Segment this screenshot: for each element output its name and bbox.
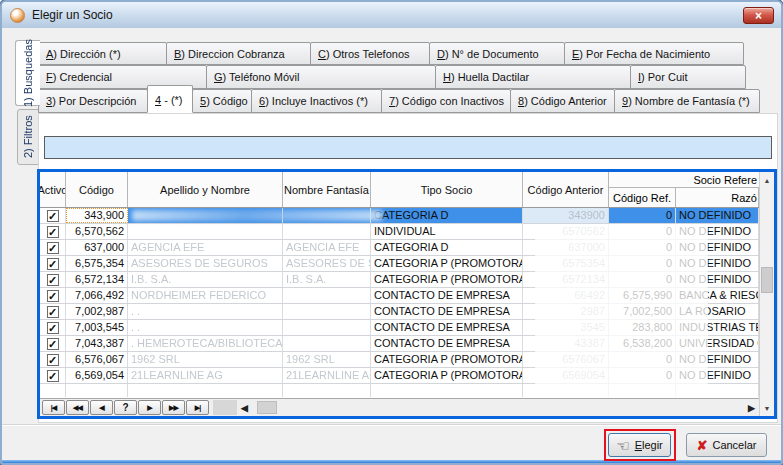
- active-checkbox[interactable]: ✓: [47, 354, 59, 366]
- cell-nombre-fantasia: [283, 320, 371, 335]
- nav-first-button[interactable]: |◀: [42, 400, 65, 415]
- active-checkbox[interactable]: ✓: [47, 338, 59, 350]
- tab-c-otros-telefonos[interactable]: C) Otros Telefonos: [310, 42, 430, 65]
- grid-row[interactable]: ✓343,900CATEGORIA D3439000NO DEFINIDO: [40, 208, 759, 224]
- cell-codigo: 6,570,562: [66, 224, 128, 239]
- active-checkbox[interactable]: ✓: [47, 242, 59, 254]
- col-header-nombre-fantasia[interactable]: Nombre Fantasía: [283, 172, 371, 207]
- active-checkbox[interactable]: ✓: [47, 258, 59, 270]
- col-header-codigo-anterior[interactable]: Código Anterior: [523, 172, 609, 207]
- chevron-right-icon[interactable]: ▶: [748, 403, 755, 413]
- grid-row[interactable]: ✓637,000AGENCIA EFEAGENCIA EFECATEGORIA …: [40, 240, 759, 256]
- cancelar-button[interactable]: ✘ Cancelar: [686, 433, 767, 457]
- close-button[interactable]: ×: [743, 7, 774, 24]
- chevron-left-icon[interactable]: ◀: [241, 403, 248, 413]
- cell-codigo-anterior: 6570562: [523, 224, 609, 239]
- col-header-tipo-socio[interactable]: Tipo Socio: [371, 172, 523, 207]
- tab-e-por-fecha-de-nacimiento[interactable]: E) Por Fecha de Nacimiento: [564, 42, 744, 65]
- scroll-down-button[interactable]: ▼: [760, 400, 774, 416]
- cell-activo: ✓: [40, 208, 66, 223]
- grid-row[interactable]: ✓7,003,545. .CONTACTO DE EMPRESA3545283,…: [40, 320, 759, 336]
- cell-codigo-ref: 0: [609, 208, 676, 223]
- grid-row[interactable]: ✓7,002,987. .CONTACTO DE EMPRESA29877,00…: [40, 304, 759, 320]
- nav-prior-button[interactable]: ◀: [90, 400, 113, 415]
- tab-d-n-de-documento[interactable]: D) N° de Documento: [429, 42, 565, 65]
- tab-9-nombre-de-fantas-a[interactable]: 9) Nombre de Fantasía (*): [614, 89, 760, 113]
- grid-bottom-bar: |◀◀◀◀?▶▶▶▶| ◀ ▶: [40, 398, 759, 416]
- cell-tipo-socio: CATEGORIA P (PROMOTORA): [371, 368, 523, 383]
- active-checkbox[interactable]: ✓: [47, 210, 59, 222]
- cell-apellido-y-nombre: NORDHEIMER FEDERICO: [128, 288, 283, 303]
- grid-row-empty: [40, 384, 759, 397]
- hscroll-track[interactable]: [277, 400, 744, 415]
- tab-5-c-digo[interactable]: 5) Código: [192, 89, 252, 113]
- grid-row[interactable]: ✓6,572,134I.B. S.A.I.B. S.A.CATEGORIA P …: [40, 272, 759, 288]
- tab-label: 7) Código con Inactivos: [389, 95, 504, 107]
- empty-cell: [128, 384, 283, 397]
- cell-activo: ✓: [40, 256, 66, 271]
- grid-row[interactable]: ✓6,569,05421LEARNLINE AG21LEARNLINE AGCA…: [40, 368, 759, 384]
- col-header-apellido-y-nombre[interactable]: Apellido y Nombre: [128, 172, 283, 207]
- tab-a-direcci-n[interactable]: A) Dirección (*): [38, 42, 167, 65]
- tab-8-c-digo-anterior[interactable]: 8) Código Anterior: [510, 89, 615, 113]
- empty-cell: [609, 384, 676, 397]
- active-checkbox[interactable]: ✓: [47, 370, 59, 382]
- active-checkbox[interactable]: ✓: [47, 226, 59, 238]
- cell-razon: NO DEFINIDO: [676, 352, 759, 367]
- side-tab-label: 1) Busquedas: [16, 41, 40, 105]
- cell-nombre-fantasia: 1962 SRL: [283, 352, 371, 367]
- vertical-scrollbar[interactable]: ▲ ▼: [759, 172, 774, 416]
- tab-7-c-digo-con-inactivos[interactable]: 7) Código con Inactivos: [381, 89, 511, 113]
- elegir-button[interactable]: ☜ Elegir: [608, 433, 671, 457]
- tab-label: 5) Código: [200, 95, 248, 107]
- tab-i-por-cuit[interactable]: I) Por Cuit: [630, 65, 746, 89]
- tab-4[interactable]: 4 - (*): [147, 85, 193, 113]
- nav-next-button[interactable]: ▶: [138, 400, 161, 415]
- cell-razon: INDUSTRIAS TE: [676, 320, 759, 335]
- cell-razon: NO DEFINIDO: [676, 240, 759, 255]
- side-tab-1-busquedas[interactable]: 1) Busquedas: [15, 40, 40, 106]
- grid-row[interactable]: ✓6,576,0671962 SRL1962 SRLCATEGORIA P (P…: [40, 352, 759, 368]
- cell-codigo: 7,003,545: [66, 320, 128, 335]
- active-checkbox[interactable]: ✓: [47, 274, 59, 286]
- active-checkbox[interactable]: ✓: [47, 306, 59, 318]
- active-checkbox[interactable]: ✓: [47, 290, 59, 302]
- empty-cell: [283, 384, 371, 397]
- nav-next-page-button[interactable]: ▶▶: [162, 400, 185, 415]
- nav-prior-page-button[interactable]: ◀◀: [66, 400, 89, 415]
- empty-cell: [40, 384, 66, 397]
- cell-codigo-ref: 0: [609, 240, 676, 255]
- grid-header: ActivoCódigoApellido y NombreNombre Fant…: [40, 172, 759, 208]
- grid-row[interactable]: ✓7,043,387. HEMEROTECA/BIBLIOTECA CCONTA…: [40, 336, 759, 352]
- chevron-down-icon: ▼: [764, 405, 771, 412]
- tab-3-por-descripci-n[interactable]: 3) Por Descripción: [38, 89, 148, 113]
- col-header-codigo-ref[interactable]: Código Ref.: [609, 188, 676, 207]
- hscroll-button-block[interactable]: [213, 400, 237, 415]
- tab-b-direccion-cobranza[interactable]: B) Direccion Cobranza: [166, 42, 311, 65]
- active-checkbox[interactable]: ✓: [47, 322, 59, 334]
- col-header-razon[interactable]: Razó: [676, 188, 759, 207]
- cell-razon: LA ROSARIO: [676, 304, 759, 319]
- nav-help-button[interactable]: ?: [114, 400, 137, 415]
- search-input[interactable]: [44, 136, 772, 159]
- tab-h-huella-dactilar[interactable]: H) Huella Dactilar: [435, 65, 631, 89]
- tab-g-tel-fono-m-vil[interactable]: G) Teléfono Móvil: [206, 65, 436, 89]
- col-header-codigo[interactable]: Código: [66, 172, 128, 207]
- tab-row-2: F) CredencialG) Teléfono MóvilH) Huella …: [38, 65, 745, 89]
- cell-apellido-y-nombre: AGENCIA EFE: [128, 240, 283, 255]
- cell-codigo-ref: 6,538,200: [609, 336, 676, 351]
- col-header-activo[interactable]: Activo: [40, 172, 66, 207]
- vscroll-thumb[interactable]: [761, 267, 773, 293]
- cancel-x-icon: ✘: [697, 439, 708, 452]
- grid-row[interactable]: ✓6,575,354ASESORES DE SEGUROSASESORES DE…: [40, 256, 759, 272]
- hscroll-thumb[interactable]: [257, 401, 277, 414]
- side-tab-2-filtros[interactable]: 2) Filtros: [17, 109, 39, 165]
- window-title: Elegir un Socio: [32, 8, 113, 22]
- cell-codigo: 6,572,134: [66, 272, 128, 287]
- nav-last-button[interactable]: ▶|: [186, 400, 209, 415]
- titlebar: Elegir un Socio ×: [2, 2, 781, 28]
- grid-row[interactable]: ✓6,570,562INDIVIDUAL65705620NO DEFINIDO: [40, 224, 759, 240]
- tab-6-incluye-inactivos[interactable]: 6) Incluye Inactivos (*): [251, 89, 382, 113]
- grid-row[interactable]: ✓7,066,492NORDHEIMER FEDERICOCONTACTO DE…: [40, 288, 759, 304]
- scroll-up-button[interactable]: ▲: [760, 172, 774, 188]
